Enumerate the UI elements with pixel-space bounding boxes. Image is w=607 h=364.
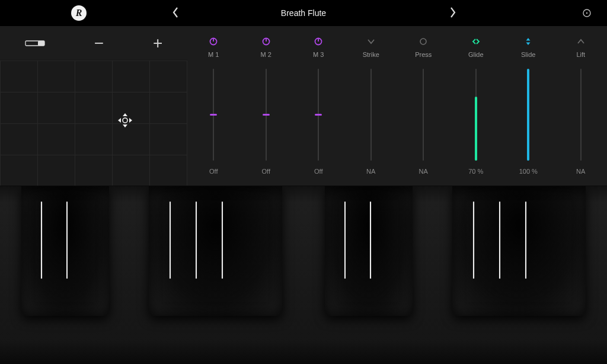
knob-icon (314, 34, 323, 49)
strike-icon (366, 34, 376, 49)
black-key-group[interactable] (325, 186, 413, 316)
slider-thumb (263, 114, 270, 116)
slider-thumb (315, 114, 322, 116)
slider-fill (475, 97, 477, 161)
black-key-marker (344, 202, 346, 279)
left-column: − + (0, 26, 187, 186)
black-key-group[interactable] (149, 186, 282, 316)
slider-m2[interactable]: M 2 Off (240, 26, 293, 186)
more-options-button[interactable] (582, 8, 592, 20)
slider-value: Off (314, 168, 322, 175)
slider-track[interactable] (318, 69, 319, 161)
slider-value: 70 % (468, 168, 483, 175)
slider-value: Off (262, 168, 270, 175)
black-key-marker (370, 202, 371, 279)
slider-label: Slide (521, 51, 535, 58)
slider-press[interactable]: Press NA (397, 26, 450, 186)
app-root: R Breath Flute − + (0, 0, 607, 364)
slider-value: NA (419, 168, 428, 175)
svg-rect-3 (38, 41, 44, 46)
slider-slide[interactable]: Slide 100 % (502, 26, 555, 186)
xy-grid (0, 60, 187, 186)
press-icon (418, 34, 428, 49)
black-key-marker (66, 202, 68, 279)
black-key-marker (222, 202, 223, 279)
control-panel: − + M 1 Off M 2 (0, 26, 607, 186)
slider-m3[interactable]: M 3 Off (292, 26, 345, 186)
slider-label: M 3 (313, 51, 324, 58)
svg-marker-13 (526, 43, 531, 46)
device-icon[interactable] (25, 37, 45, 49)
slider-label: M 2 (261, 51, 271, 58)
black-key-marker (525, 202, 526, 279)
black-key-group[interactable] (21, 186, 109, 316)
glide-icon (471, 34, 481, 49)
slider-track[interactable] (266, 69, 267, 161)
slider-track[interactable] (423, 69, 424, 161)
slider-track[interactable] (213, 69, 214, 161)
black-key-marker (41, 202, 42, 279)
slider-track[interactable] (370, 69, 372, 161)
octave-down-button[interactable]: − (94, 35, 104, 52)
prev-preset-button[interactable] (171, 6, 180, 21)
slider-label: Press (415, 51, 432, 58)
tool-row: − + (0, 26, 187, 60)
keyboard[interactable] (0, 186, 607, 364)
black-key-marker (473, 202, 474, 279)
knob-icon (209, 34, 218, 49)
slider-glide[interactable]: Glide 70 % (450, 26, 503, 186)
xy-cursor-icon (113, 108, 138, 133)
slide-icon (523, 34, 533, 49)
slider-m1[interactable]: M 1 Off (187, 26, 240, 186)
preset-title: Breath Flute (0, 8, 607, 18)
black-key-marker (499, 202, 500, 279)
black-key-marker (196, 202, 197, 279)
slider-label: M 1 (208, 51, 219, 58)
slider-value: 100 % (519, 168, 538, 175)
roli-logo[interactable]: R (71, 5, 87, 21)
slider-thumb (210, 114, 217, 116)
svg-marker-12 (526, 38, 531, 41)
header-bar: R Breath Flute (0, 0, 607, 26)
slider-label: Strike (363, 51, 379, 58)
black-key-group[interactable] (452, 186, 586, 316)
svg-point-4 (123, 118, 127, 123)
slider-value: NA (576, 168, 585, 175)
slider-value: NA (366, 168, 375, 175)
lift-icon (576, 34, 586, 49)
xy-pad[interactable] (0, 60, 187, 186)
svg-point-11 (420, 39, 426, 44)
next-preset-button[interactable] (448, 6, 458, 21)
svg-point-1 (586, 12, 587, 14)
slider-track[interactable] (580, 69, 582, 161)
slider-value: Off (209, 168, 218, 175)
slider-area: M 1 Off M 2 Off M 3 Off Strike NA Press … (187, 26, 607, 186)
slider-fill (527, 69, 529, 161)
black-key-marker (170, 202, 171, 279)
slider-track[interactable] (475, 69, 477, 161)
slider-label: Lift (576, 51, 585, 58)
slider-track[interactable] (528, 69, 529, 161)
octave-up-button[interactable]: + (153, 35, 162, 52)
slider-label: Glide (468, 51, 484, 58)
slider-lift[interactable]: Lift NA (555, 26, 608, 186)
knob-icon (261, 34, 271, 49)
slider-strike[interactable]: Strike NA (345, 26, 398, 186)
